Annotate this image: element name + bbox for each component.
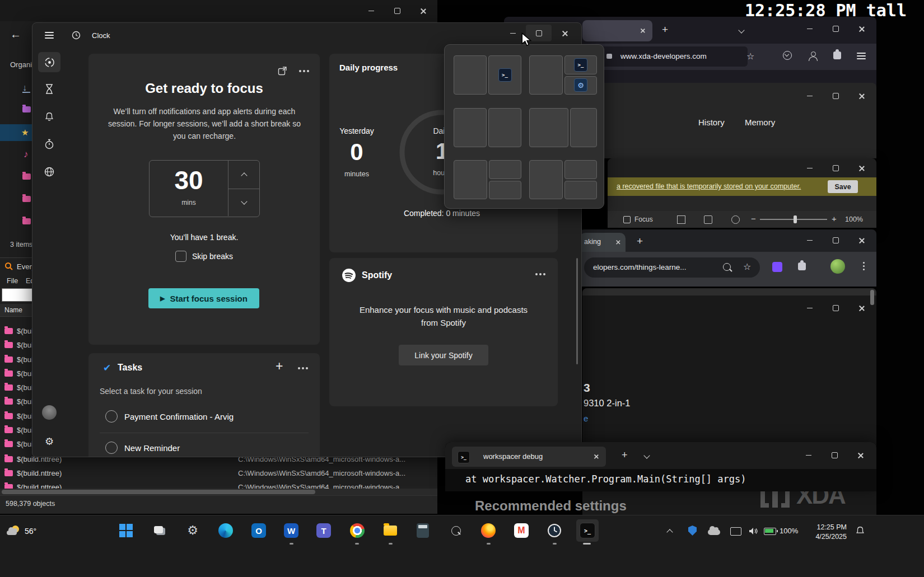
terminal-tab[interactable]: >_ workspacer debug	[452, 447, 606, 467]
zoom-in-icon[interactable]: +	[832, 214, 837, 223]
tab-close-icon[interactable]	[640, 28, 645, 33]
security-shield-icon[interactable]	[688, 526, 697, 536]
terminal-app-button[interactable]: >_	[576, 519, 599, 542]
sidebar-item[interactable]	[22, 218, 31, 224]
focus-mode-icon[interactable]	[623, 216, 631, 223]
task-radio[interactable]	[105, 410, 118, 423]
task-radio[interactable]	[105, 442, 118, 454]
firefox-app-button[interactable]	[477, 519, 500, 542]
close-button[interactable]	[848, 232, 874, 248]
close-button[interactable]	[848, 87, 874, 104]
maximize-button[interactable]	[823, 20, 848, 37]
extensions-puzzle-icon[interactable]	[798, 262, 806, 270]
close-button[interactable]	[847, 447, 873, 463]
nav-focus-sessions[interactable]	[38, 52, 60, 72]
minimize-button[interactable]	[797, 299, 823, 316]
menu-file[interactable]: File	[7, 277, 18, 285]
outlook-app-button[interactable]: O	[248, 519, 270, 542]
maximize-button[interactable]	[384, 2, 410, 19]
settings-app-button[interactable]: ⚙	[181, 519, 204, 542]
chrome-app-button[interactable]	[346, 519, 368, 542]
edge-app-button[interactable]	[214, 519, 237, 542]
minimize-button[interactable]	[797, 87, 823, 104]
nav-world-clock[interactable]	[38, 162, 60, 182]
notification-bell-icon[interactable]	[855, 526, 865, 536]
extensions-icon[interactable]	[833, 51, 841, 59]
vertical-scrollbar[interactable]	[576, 258, 578, 364]
browser-tab[interactable]	[582, 20, 652, 41]
zoom-out-icon[interactable]: −	[751, 214, 756, 223]
url-bar[interactable]: www.xda-developers.com ☆	[585, 46, 748, 67]
zoom-level[interactable]: 100%	[845, 215, 863, 223]
stepper-up-button[interactable]	[228, 161, 259, 189]
table-row[interactable]: $(build.nttree) C:\Windows\WinSxS\amd64_…	[0, 480, 437, 489]
article-link-fragment[interactable]: e	[584, 414, 588, 423]
tray-overflow-icon[interactable]	[666, 529, 673, 535]
hamburger-menu-icon[interactable]	[45, 32, 54, 39]
horizontal-scrollbar[interactable]	[0, 489, 437, 495]
search-app-button[interactable]	[445, 519, 467, 542]
volume-icon[interactable]	[748, 526, 758, 536]
file-explorer-app-button[interactable]	[379, 519, 402, 542]
nav-stopwatch[interactable]	[38, 134, 60, 154]
close-button[interactable]	[410, 2, 436, 19]
maximize-button[interactable]	[823, 299, 848, 316]
maximize-button[interactable]	[822, 447, 847, 463]
tray-clock[interactable]: 12:25 PM 4/25/2025	[802, 523, 847, 542]
onedrive-icon[interactable]	[708, 529, 720, 535]
maximize-button[interactable]	[823, 232, 848, 248]
close-button[interactable]	[848, 299, 874, 316]
zoom-slider-thumb[interactable]	[794, 215, 797, 223]
gmail-app-button[interactable]: M	[510, 519, 533, 542]
sidebar-item[interactable]	[22, 173, 31, 180]
word-app-button[interactable]: W	[280, 519, 302, 542]
pocket-icon[interactable]	[783, 51, 792, 60]
task-row[interactable]: New Reminder	[88, 435, 320, 457]
sidebar-item[interactable]	[22, 196, 31, 202]
extension-icon[interactable]	[772, 262, 782, 272]
view-icon[interactable]	[677, 215, 685, 224]
new-tab-icon[interactable]: +	[662, 24, 668, 36]
minimize-button[interactable]	[797, 160, 823, 176]
maximize-button[interactable]	[823, 87, 848, 104]
sidebar-item[interactable]	[22, 106, 31, 112]
zoom-icon[interactable]	[723, 263, 731, 271]
focus-mode-label[interactable]: Focus	[634, 215, 653, 223]
close-button[interactable]	[848, 160, 874, 176]
minimize-button[interactable]	[797, 232, 823, 248]
stepper-down-button[interactable]	[228, 189, 259, 216]
back-icon[interactable]: ←	[10, 28, 21, 41]
add-task-icon[interactable]: +	[276, 359, 283, 374]
more-options-icon[interactable]	[298, 367, 300, 369]
skip-breaks-checkbox[interactable]	[175, 251, 186, 262]
browser-tab[interactable]: aking	[580, 233, 626, 252]
link-spotify-button[interactable]: Link your Spotify	[399, 345, 488, 365]
account-avatar[interactable]	[38, 402, 60, 423]
zoom-slider[interactable]	[760, 219, 827, 220]
avatar[interactable]	[830, 259, 845, 274]
tab-close-icon[interactable]	[615, 240, 620, 244]
omnibox[interactable]: elopers.com/things-learne... ☆	[584, 257, 760, 278]
snap-layout-option[interactable]	[454, 160, 521, 199]
weather-widget[interactable]: 56°	[7, 520, 36, 542]
account-icon[interactable]	[808, 51, 817, 60]
list-tabs-icon[interactable]	[738, 27, 744, 33]
sidebar-item[interactable]: ↓	[22, 83, 30, 93]
nav-settings[interactable]: ⚙	[38, 431, 60, 452]
bookmark-star-icon[interactable]: ☆	[746, 51, 754, 62]
clock-app-button[interactable]	[543, 519, 566, 542]
start-button[interactable]	[115, 519, 137, 542]
view-icon[interactable]	[704, 215, 712, 224]
calculator-app-button[interactable]	[412, 519, 434, 542]
minimize-button[interactable]	[358, 2, 384, 19]
teams-app-button[interactable]: T	[312, 519, 335, 542]
bookmark-star-icon[interactable]: ☆	[743, 261, 751, 272]
task-row[interactable]: Payment Confirmation - Arvig	[88, 404, 320, 431]
tab-close-icon[interactable]	[594, 454, 599, 459]
nav-alarm[interactable]	[38, 106, 60, 126]
minimize-button[interactable]	[796, 447, 822, 463]
link-memory[interactable]: Memory	[745, 118, 775, 127]
close-button[interactable]	[848, 20, 874, 37]
menu-icon[interactable]	[857, 53, 866, 59]
link-history[interactable]: History	[698, 118, 725, 127]
